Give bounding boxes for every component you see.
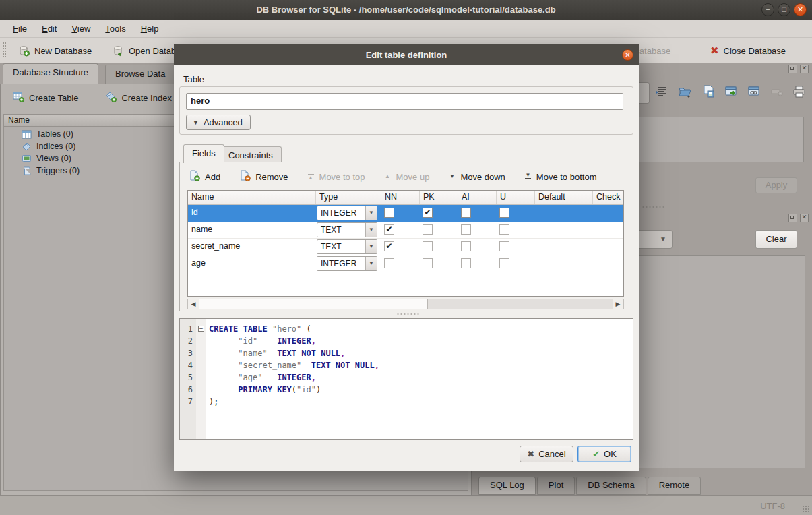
- dock-float-icon[interactable]: [788, 65, 797, 73]
- u-checkbox[interactable]: [499, 258, 509, 268]
- add-button[interactable]: Add: [186, 169, 223, 185]
- dock-float-icon[interactable]: [788, 214, 797, 222]
- dialog-tab-constraints[interactable]: Constraints: [220, 146, 282, 163]
- pk-checkbox[interactable]: [423, 241, 433, 251]
- ai-checkbox[interactable]: [461, 224, 471, 235]
- remove-button[interactable]: Remove: [237, 169, 290, 185]
- column-header-pk[interactable]: PK: [420, 191, 458, 204]
- table-name-input[interactable]: hero: [186, 93, 623, 110]
- dock-tab-plot[interactable]: Plot: [537, 477, 575, 495]
- column-header-name[interactable]: Name: [188, 191, 316, 204]
- dock-tab-remote[interactable]: Remote: [648, 477, 701, 495]
- resize-grip[interactable]: [802, 505, 810, 513]
- fold-margin[interactable]: −: [196, 323, 206, 335]
- field-row-id[interactable]: idINTEGER▼✔: [188, 205, 623, 222]
- column-header-ai[interactable]: AI: [458, 191, 497, 204]
- maximize-button[interactable]: □: [778, 3, 790, 16]
- column-header-u[interactable]: U: [497, 191, 535, 204]
- type-dropdown[interactable]: INTEGER▼: [317, 256, 377, 271]
- u-checkbox[interactable]: [499, 208, 509, 218]
- open-file-button[interactable]: [675, 82, 694, 102]
- chevron-down-icon[interactable]: ▼: [365, 206, 377, 220]
- toolbar-drag-handle[interactable]: [2, 42, 6, 59]
- ai-checkbox[interactable]: [461, 258, 471, 268]
- scrollbar-thumb[interactable]: [199, 299, 428, 309]
- dock-splitter-handle[interactable]: [642, 206, 664, 208]
- default-cell[interactable]: [535, 255, 593, 272]
- tab-browse-data[interactable]: Browse Data: [105, 65, 175, 84]
- nn-checkbox[interactable]: [384, 258, 394, 268]
- menu-file[interactable]: File: [5, 22, 34, 36]
- advanced-toggle-button[interactable]: ▼ Advanced: [186, 115, 251, 130]
- open-external-button[interactable]: [722, 82, 741, 102]
- nn-checkbox[interactable]: ✔: [384, 224, 394, 235]
- tab-database-structure[interactable]: Database Structure: [3, 63, 98, 84]
- print-button[interactable]: [790, 82, 809, 102]
- save-file-button[interactable]: [699, 82, 718, 102]
- column-header-check[interactable]: Check: [593, 191, 624, 204]
- clear-button[interactable]: Clear: [755, 230, 797, 249]
- check-cell[interactable]: [593, 205, 624, 221]
- type-dropdown[interactable]: TEXT▼: [317, 239, 377, 254]
- dock-close-icon[interactable]: ✕: [800, 214, 809, 222]
- menu-tools[interactable]: Tools: [98, 22, 133, 36]
- check-cell[interactable]: [593, 255, 624, 272]
- new-database-button[interactable]: New Database: [13, 42, 96, 59]
- cancel-button[interactable]: ✖ Cancel: [520, 446, 573, 462]
- default-cell[interactable]: [535, 205, 593, 221]
- link-button[interactable]: [745, 82, 763, 102]
- ai-checkbox[interactable]: [461, 208, 471, 218]
- pk-checkbox[interactable]: ✔: [423, 208, 433, 218]
- default-cell[interactable]: [535, 222, 593, 238]
- default-cell[interactable]: [535, 239, 593, 255]
- dialog-titlebar[interactable]: Edit table definition: [174, 44, 639, 65]
- chevron-down-icon[interactable]: ▼: [365, 257, 377, 270]
- column-header-type[interactable]: Type: [316, 191, 381, 204]
- scroll-right-icon[interactable]: ▶: [613, 299, 623, 309]
- dock-tab-sql-log[interactable]: SQL Log: [478, 477, 536, 495]
- dock-tab-db-schema[interactable]: DB Schema: [576, 477, 646, 495]
- nn-checkbox[interactable]: ✔: [384, 241, 394, 251]
- field-row-secret_name[interactable]: secret_nameTEXT▼✔: [188, 239, 623, 255]
- u-checkbox[interactable]: [499, 241, 509, 251]
- field-row-name[interactable]: nameTEXT▼✔: [188, 222, 623, 239]
- scroll-left-icon[interactable]: ◀: [188, 299, 199, 309]
- text-mode-button[interactable]: [652, 82, 671, 102]
- dialog-splitter-handle[interactable]: [396, 313, 419, 315]
- horizontal-scrollbar[interactable]: ◀ ▶: [187, 299, 624, 309]
- field-row-age[interactable]: ageINTEGER▼: [188, 255, 623, 272]
- menu-view[interactable]: View: [64, 22, 98, 36]
- check-cell[interactable]: [593, 239, 624, 255]
- menu-help[interactable]: Help: [133, 22, 166, 36]
- close-database-button[interactable]: ✖ Close Database: [706, 42, 790, 59]
- ok-button[interactable]: ✔ OK: [577, 446, 631, 462]
- check-cell[interactable]: [593, 222, 624, 238]
- field-name-cell[interactable]: id: [188, 205, 316, 221]
- field-name-cell[interactable]: name: [188, 222, 316, 238]
- type-dropdown[interactable]: TEXT▼: [317, 222, 377, 237]
- chevron-down-icon[interactable]: ▼: [365, 240, 377, 253]
- create-index-button[interactable]: Create Index: [101, 88, 175, 107]
- chevron-down-icon[interactable]: ▼: [365, 223, 377, 237]
- column-header-nn[interactable]: NN: [381, 191, 420, 204]
- pk-checkbox[interactable]: [423, 258, 433, 268]
- create-table-button[interactable]: Create Table: [9, 88, 82, 107]
- move-to-bottom-button[interactable]: ▼Move to bottom: [522, 171, 600, 183]
- dialog-close-button[interactable]: ✕: [622, 49, 633, 61]
- menu-edit[interactable]: Edit: [34, 22, 64, 36]
- pk-checkbox[interactable]: [423, 224, 433, 235]
- nn-checkbox[interactable]: [384, 208, 394, 218]
- dock-close-icon[interactable]: ✕: [800, 65, 809, 73]
- field-name-cell[interactable]: secret_name: [188, 239, 316, 255]
- type-dropdown[interactable]: INTEGER▼: [317, 206, 377, 220]
- field-name-cell[interactable]: age: [188, 255, 316, 272]
- fold-toggle-icon[interactable]: −: [198, 326, 204, 332]
- column-header-default[interactable]: Default: [535, 191, 593, 204]
- ai-checkbox[interactable]: [461, 241, 471, 251]
- sql-preview[interactable]: 1−CREATE TABLE "hero" (2 "id" INTEGER,3 …: [179, 318, 633, 440]
- dialog-tab-fields[interactable]: Fields: [183, 144, 224, 163]
- move-down-button[interactable]: ▼Move down: [445, 171, 507, 183]
- close-button[interactable]: ✕: [794, 3, 807, 16]
- u-checkbox[interactable]: [499, 224, 509, 235]
- minimize-button[interactable]: −: [761, 3, 774, 16]
